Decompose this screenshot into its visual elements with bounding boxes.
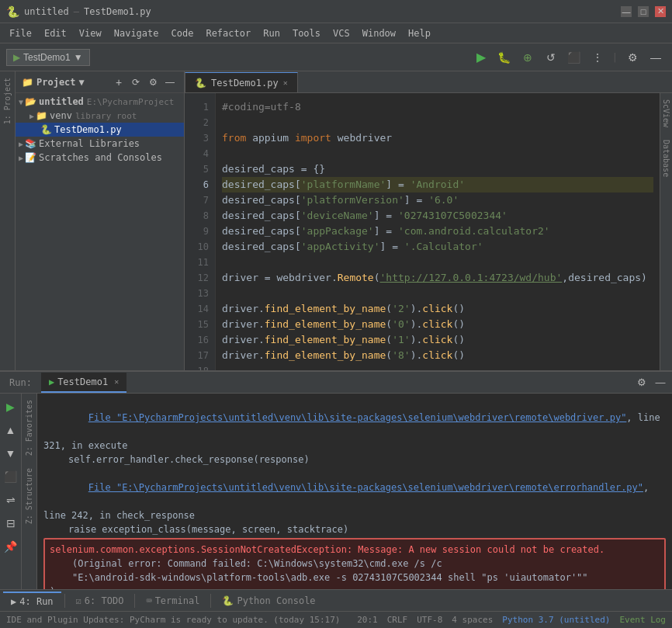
line-num-5: 5: [191, 161, 209, 177]
run-scroll-down-button[interactable]: ▼: [1, 443, 21, 463]
maximize-button[interactable]: □: [638, 6, 649, 17]
status-indent[interactable]: 4 spaces: [452, 615, 493, 625]
right-panel-strip[interactable]: ScView Database: [660, 93, 672, 370]
root-folder-icon: 📂: [25, 96, 36, 107]
btn-run[interactable]: ▶ 4: Run: [3, 592, 61, 610]
run-filter-button[interactable]: ⊟: [1, 513, 21, 533]
status-event-log[interactable]: Event Log: [619, 615, 666, 625]
line-num-7: 7: [191, 193, 209, 208]
run-panel-minimize-button[interactable]: —: [652, 374, 669, 391]
run-content: ▶ ▲ ▼ ⬛ ⇌ ⊟ 📌 2: Favorites Z: Structure …: [0, 394, 672, 589]
line-num-18: 18: [191, 363, 209, 370]
run-wrap-button[interactable]: ⇌: [1, 490, 21, 510]
menu-help[interactable]: Help: [402, 26, 437, 40]
run-button[interactable]: ▶: [471, 47, 491, 68]
menu-file[interactable]: File: [3, 26, 38, 40]
sidebar-settings-button[interactable]: ⚙: [145, 75, 161, 90]
debug-button[interactable]: 🐛: [494, 47, 514, 68]
tree-item-venv[interactable]: ▶ 📁 venv library root: [16, 109, 184, 123]
run-tab-bar: Run: ▶ TestDemo1 ✕ ⚙ —: [0, 372, 672, 394]
close-button[interactable]: ✕: [655, 6, 666, 17]
line-num-3: 3: [191, 130, 209, 146]
status-crlf[interactable]: CRLF: [387, 615, 408, 625]
output-link-2[interactable]: File "E:\PycharmProjects\untitled\venv\l…: [88, 482, 643, 493]
run-stop-button[interactable]: ⬛: [1, 467, 21, 487]
tree-item-scratches[interactable]: ▶ 📝 Scratches and Consoles: [16, 151, 184, 165]
toolbar-settings-button[interactable]: ⚙: [622, 47, 643, 68]
line-num-4: 4: [191, 146, 209, 161]
status-python[interactable]: Python 3.7 (untitled): [502, 615, 610, 625]
btn-todo[interactable]: ☑ 6: TODO: [68, 592, 132, 610]
tree-item-testdemo[interactable]: 🐍 TestDemo1.py: [16, 123, 184, 137]
run-tab-testdemo[interactable]: ▶ TestDemo1 ✕: [41, 373, 126, 393]
sidebar-header: 📁 Project ▼ + ⟳ ⚙ —: [16, 71, 184, 93]
code-line-7: desired_caps['platformVersion'] = '6.0': [222, 193, 653, 208]
menu-vcs[interactable]: VCS: [327, 26, 356, 40]
structure-strip[interactable]: 2: Favorites Z: Structure: [22, 394, 37, 589]
menu-code[interactable]: Code: [165, 26, 200, 40]
menu-edit[interactable]: Edit: [38, 26, 73, 40]
output-line-1: File "E:\PycharmProjects\untitled\venv\l…: [43, 397, 666, 439]
sidebar-collapse-button[interactable]: —: [162, 75, 178, 90]
sidebar-header-icons: + ⟳ ⚙ —: [111, 75, 178, 90]
status-encoding[interactable]: UTF-8: [417, 615, 442, 625]
btn-terminal[interactable]: ⌨ Terminal: [138, 592, 207, 610]
run-tab-icons: ⚙ —: [633, 374, 669, 391]
stop-button[interactable]: ⬛: [564, 47, 584, 68]
sidebar-expand-icon: ▼: [79, 77, 85, 88]
coverage-button[interactable]: ⊕: [518, 47, 538, 68]
root-path: E:\PycharmProject: [87, 97, 175, 107]
tree-arrow-root: ▼: [19, 98, 23, 106]
more-button[interactable]: ⋮: [587, 47, 608, 68]
tree-item-root[interactable]: ▼ 📂 untitled E:\PycharmProject: [16, 95, 184, 109]
code-content[interactable]: #coding=utf-8 from appium import webdriv…: [216, 93, 660, 370]
output-link-1[interactable]: File "E:\PycharmProjects\untitled\venv\l…: [88, 412, 627, 423]
line-num-15: 15: [191, 317, 209, 332]
error-line-3: "E:\android-sdk-windows\platform-tools\a…: [50, 571, 660, 585]
rerun-button[interactable]: ↺: [541, 47, 561, 68]
menu-run[interactable]: Run: [257, 26, 286, 40]
menu-view[interactable]: View: [73, 26, 108, 40]
minimize-button[interactable]: —: [621, 6, 632, 17]
scview-label[interactable]: ScView: [662, 93, 670, 134]
left-panel-strip[interactable]: 1: Project: [0, 71, 16, 370]
scratches-label: Scratches and Consoles: [39, 152, 162, 163]
line-num-14: 14: [191, 301, 209, 317]
status-position[interactable]: 20:1: [357, 615, 378, 625]
tree-arrow-ext: ▶: [19, 140, 23, 148]
run-tab-left: Run: ▶ TestDemo1 ✕: [3, 373, 126, 393]
tree-arrow-venv: ▶: [29, 112, 34, 120]
code-line-2: [222, 115, 653, 130]
sidebar-add-button[interactable]: +: [111, 75, 126, 90]
run-scroll-up-button[interactable]: ▲: [1, 420, 21, 440]
toolbar-minimize-button[interactable]: —: [646, 47, 666, 68]
output-line-2: 321, in execute: [43, 439, 666, 453]
status-bar: IDE and Plugin Updates: PyCharm is ready…: [0, 611, 672, 628]
tree-item-ext-libs[interactable]: ▶ 📚 External Libraries: [16, 137, 184, 151]
btn-separator-2: [134, 594, 135, 608]
run-config-selector[interactable]: ▶ TestDemo1 ▼: [6, 49, 90, 66]
project-panel-label[interactable]: 1: Project: [3, 71, 12, 130]
code-line-11: [222, 255, 653, 270]
tab-close-button[interactable]: ✕: [283, 78, 288, 87]
run-play-button[interactable]: ▶: [1, 397, 21, 417]
btn-python-console[interactable]: 🐍 Python Console: [214, 592, 323, 610]
run-tab-close-button[interactable]: ✕: [114, 377, 119, 386]
sidebar-sync-button[interactable]: ⟳: [128, 75, 144, 90]
run-config-arrow-icon: ▼: [74, 52, 83, 63]
run-output[interactable]: File "E:\PycharmProjects\untitled\venv\l…: [37, 394, 672, 589]
run-panel-settings-button[interactable]: ⚙: [633, 374, 650, 391]
menu-window[interactable]: Window: [356, 26, 402, 40]
tab-file-icon: 🐍: [195, 78, 206, 88]
code-line-13: [222, 286, 653, 301]
menu-refactor[interactable]: Refactor: [199, 26, 257, 40]
run-pin-button[interactable]: 📌: [1, 536, 21, 557]
database-label[interactable]: Database: [662, 134, 670, 183]
toolbar-left: ▶ TestDemo1 ▼: [6, 49, 90, 66]
editor-tab-testdemo[interactable]: 🐍 TestDemo1.py ✕: [185, 72, 298, 92]
main-area: 1: Project 📁 Project ▼ + ⟳ ⚙ — ▼ 📂 untit…: [0, 71, 672, 370]
menu-navigate[interactable]: Navigate: [108, 26, 165, 40]
menu-tools[interactable]: Tools: [286, 26, 327, 40]
favorites-label[interactable]: 2: Favorites: [25, 394, 33, 462]
structure-label[interactable]: Z: Structure: [25, 462, 33, 530]
